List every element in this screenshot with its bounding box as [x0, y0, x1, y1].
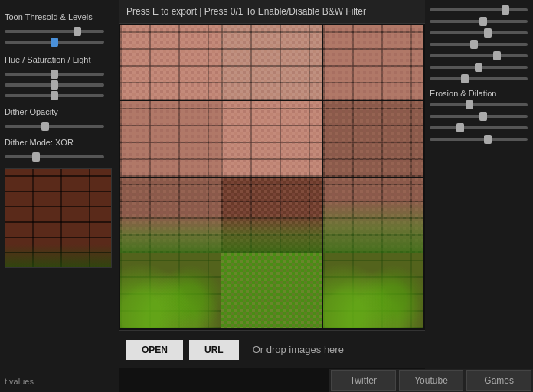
- toon-levels-label: Toon Thresold & Levels: [5, 12, 114, 21]
- right-slider-4[interactable]: [430, 43, 528, 46]
- right-slider-row-5: [430, 52, 528, 60]
- games-button[interactable]: Games: [466, 370, 531, 391]
- grid-cell-10: [120, 253, 221, 328]
- twitter-button[interactable]: Twitter: [331, 370, 396, 391]
- center-panel: Press E to export | Press 0/1 To Enable/…: [119, 0, 425, 392]
- erosion-slider-3[interactable]: [430, 126, 528, 129]
- grid-cell-6: [323, 101, 423, 176]
- saturation-slider[interactable]: [5, 83, 104, 87]
- erosion-slider-1[interactable]: [430, 103, 528, 106]
- right-slider-row-3: [430, 29, 528, 37]
- grid-cell-3: [323, 25, 423, 100]
- grid-cell-8: [221, 178, 322, 253]
- left-panel: Toon Thresold & Levels Hue / Saturation …: [0, 0, 119, 392]
- moss-overlay: [5, 244, 111, 267]
- dither-opacity-label: Dither Opacity: [5, 107, 114, 116]
- erosion-label: Erosion & Dilation: [430, 89, 528, 98]
- grid-cell-9: [323, 178, 423, 253]
- right-slider-6[interactable]: [430, 66, 528, 69]
- right-slider-row-11: [430, 136, 528, 143]
- hue-sat-label: Hue / Saturation / Light: [5, 55, 114, 64]
- right-slider-3[interactable]: [430, 31, 528, 34]
- right-panel: Erosion & Dilation: [425, 0, 533, 392]
- toon-slider-2[interactable]: [5, 41, 104, 44]
- youtube-button[interactable]: Youtube: [399, 370, 464, 391]
- light-slider[interactable]: [5, 94, 104, 97]
- right-slider-1[interactable]: [430, 8, 528, 11]
- image-grid: [119, 24, 425, 330]
- toon-slider-1[interactable]: [5, 30, 104, 33]
- grid-cell-12: [323, 253, 423, 328]
- grid-cell-7: [120, 178, 221, 253]
- drop-label: Or drop images here: [253, 344, 344, 355]
- dither-mode-label: Dither Mode: XOR: [5, 138, 114, 147]
- right-slider-row-2: [430, 18, 528, 25]
- grid-cell-4: [120, 101, 221, 176]
- top-bar: Press E to export | Press 0/1 To Enable/…: [119, 0, 425, 24]
- dither-mode-slider[interactable]: [5, 155, 104, 158]
- right-slider-row-4: [430, 41, 528, 48]
- right-slider-row-6: [430, 64, 528, 71]
- open-button[interactable]: OPEN: [126, 340, 183, 360]
- right-slider-7[interactable]: [430, 77, 528, 80]
- grid-cell-1: [120, 25, 221, 100]
- reset-label: t values: [5, 377, 34, 386]
- preview-image: [5, 168, 112, 268]
- right-slider-row-7: [430, 75, 528, 83]
- right-slider-5[interactable]: [430, 54, 528, 57]
- grid-cell-5: [221, 101, 322, 176]
- grid-cell-2: [221, 25, 322, 100]
- hue-slider[interactable]: [5, 73, 104, 76]
- grid-cell-11: [221, 253, 322, 328]
- right-slider-row-8: [430, 101, 528, 109]
- bottom-bar: OPEN URL Or drop images here: [119, 330, 425, 368]
- erosion-slider-4[interactable]: [430, 138, 528, 141]
- footer-bar: Twitter Youtube Games: [329, 369, 533, 392]
- url-button[interactable]: URL: [189, 340, 239, 360]
- dither-opacity-slider[interactable]: [5, 125, 104, 128]
- right-slider-row-1: [430, 6, 528, 14]
- right-slider-row-9: [430, 113, 528, 120]
- right-slider-row-10: [430, 124, 528, 132]
- right-slider-2[interactable]: [430, 20, 528, 23]
- erosion-slider-2[interactable]: [430, 115, 528, 118]
- instruction-text: Press E to export | Press 0/1 To Enable/…: [126, 6, 366, 17]
